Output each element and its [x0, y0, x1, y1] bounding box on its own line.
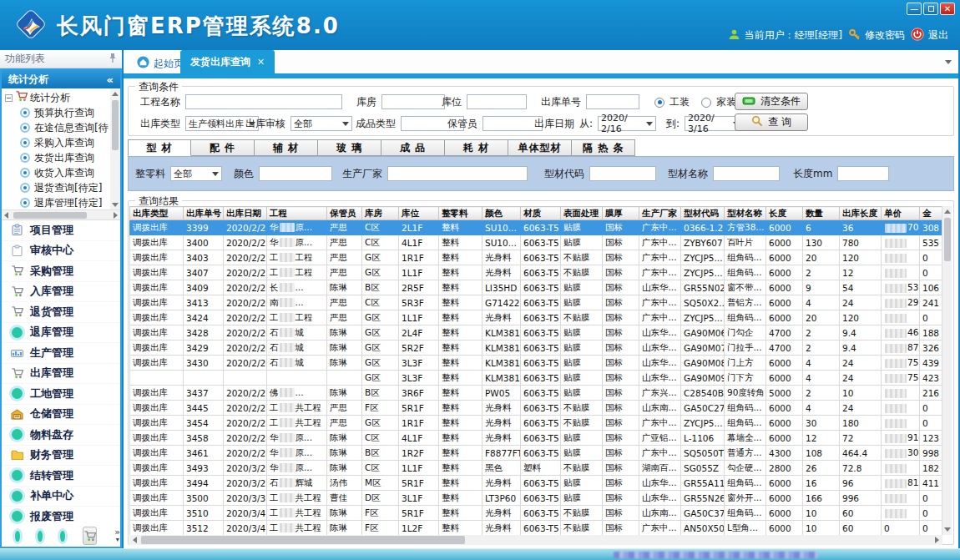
table-row[interactable]: 调拨出库34542020/2/28工共工程严思G区1R1F整料光身料6063-T… [130, 416, 943, 431]
clear-conditions-button[interactable]: 清空条件 [735, 93, 808, 110]
collapse-icon[interactable]: « [107, 73, 114, 86]
column-header[interactable]: 颜色 [483, 207, 521, 220]
search-button[interactable]: 查 询 [735, 114, 808, 131]
sidebar-item-报废管理[interactable]: 报废管理 [2, 507, 120, 527]
tree-scrollbar[interactable] [110, 88, 120, 210]
column-header[interactable]: 整零料 [439, 207, 483, 220]
sidebar-item-入库管理[interactable]: 入库管理 [2, 282, 120, 303]
tree-item[interactable]: 在途信息查询[待 [2, 120, 120, 135]
quick-icon-1[interactable] [15, 531, 20, 542]
column-header[interactable]: 工程 [267, 207, 327, 220]
material-tab-4[interactable]: 成 品 [381, 139, 445, 156]
tree-hscrollbar[interactable] [2, 210, 120, 220]
sidebar-item-财务管理[interactable]: 财务管理 [2, 446, 120, 467]
sidebar-item-采购管理[interactable]: 采购管理 [2, 261, 120, 282]
table-row[interactable]: 调拨出库35002020/3/3工共工程曹佳D区3L1F整料LT3P606063… [130, 491, 943, 506]
location-input[interactable] [467, 94, 527, 109]
tab-active[interactable]: 发货出库查询 ✕ [180, 50, 275, 73]
quick-icon-2[interactable] [38, 531, 43, 542]
column-header[interactable]: 出库长度 [840, 207, 882, 220]
column-header[interactable]: 出库单号 [184, 207, 224, 220]
material-tab-2[interactable]: 辅 材 [255, 139, 318, 156]
material-tab-7[interactable]: 隔 热 条 [572, 139, 635, 156]
sidebar-item-工地管理[interactable]: 工地管理 [2, 384, 120, 405]
column-header[interactable]: 单价 [882, 207, 920, 220]
column-header[interactable]: 库房 [362, 207, 399, 220]
column-header[interactable]: 膜厚 [603, 207, 639, 220]
table-row[interactable]: 调拨出库34002020/2/25华原...严思C区4L1F整料SU10...6… [130, 235, 943, 250]
sidebar-item-生产管理[interactable]: 生产管理 [2, 343, 120, 364]
tree-item[interactable]: 收货入库查询 [2, 165, 120, 180]
factory-input[interactable] [387, 166, 528, 181]
sidebar-item-项目管理[interactable]: 项目管理 [2, 220, 120, 241]
material-tab-1[interactable]: 配 件 [191, 139, 255, 156]
audit-select[interactable]: 全部 [291, 116, 352, 131]
table-row[interactable]: 调拨出库35102020/3/4工共工程陈琳F区5R1F整料光身料6063-T5… [130, 506, 943, 521]
column-header[interactable]: 长度 [766, 207, 803, 220]
whole-part-select[interactable]: 全部 [170, 166, 222, 181]
sidebar-item-退货管理[interactable]: 退货管理 [2, 302, 120, 323]
radio-gongzhuang[interactable] [654, 98, 664, 108]
date-from-select[interactable]: 2020/ 2/16 [598, 116, 656, 131]
column-header[interactable]: 型材名称 [725, 207, 766, 220]
column-header[interactable]: 保管员 [327, 207, 362, 220]
pin-icon[interactable] [109, 53, 117, 66]
minimize-button[interactable]: — [907, 3, 922, 15]
tree-item[interactable]: 退库管理[待定] [2, 195, 120, 210]
maximize-button[interactable] [923, 3, 938, 15]
table-vscrollbar[interactable] [942, 206, 952, 535]
quick-icon-3[interactable] [60, 531, 65, 542]
table-row[interactable]: 调拨出库34132020/2/26南...严思C区5R3F整料G71422606… [130, 295, 943, 310]
column-header[interactable]: 材质 [521, 207, 561, 220]
column-header[interactable]: 数量 [803, 207, 840, 220]
table-row[interactable]: 调拨出库34942020/3/2石辉城汤伟M区5R1F整料光身料6063-T5贴… [130, 476, 943, 491]
column-header[interactable]: 出库日期 [224, 207, 267, 220]
column-header[interactable]: 表面处理 [561, 207, 603, 220]
column-header[interactable]: 金 [920, 207, 943, 220]
tree-item[interactable]: 采购入库查询 [2, 135, 120, 150]
tree-item[interactable]: 预算执行查询 [2, 105, 120, 120]
profile-code-input[interactable] [589, 166, 656, 181]
table-row[interactable]: 调拨出库34452020/2/27工共工程严思F区5R1F整料光身料6063-T… [130, 401, 943, 416]
cart-quick-button[interactable] [83, 527, 97, 545]
column-header[interactable]: 出库类型 [130, 207, 184, 220]
table-row[interactable]: 调拨出库34282020/2/26石城陈琳G区2L4F整料KLM38176063… [130, 325, 943, 341]
change-password-link[interactable]: 修改密码 [848, 28, 905, 43]
material-tab-5[interactable]: 耗 材 [445, 139, 508, 156]
project-name-input[interactable] [185, 94, 342, 109]
expander-icon[interactable] [5, 94, 13, 102]
table-row[interactable]: G区3L3F整料KLM38176063-T5贴膜国标山东华...GA90M09.… [130, 371, 943, 386]
table-row[interactable]: 调拨出库34242020/2/26工工程严思G区1L1F整料光身料6063-T5… [130, 310, 943, 325]
tree-root[interactable]: 统计分析 [2, 90, 120, 105]
table-row[interactable]: 调拨出库34302020/2/26石城陈琳G区3L3F整料KLM38176063… [130, 356, 943, 371]
table-row[interactable]: 调拨出库34582020/2/28华原...陈琳C区4L1F整料光身料6063-… [130, 431, 943, 446]
profile-name-input[interactable] [713, 166, 780, 181]
material-tab-3[interactable]: 玻 璃 [318, 139, 381, 156]
close-button[interactable]: ✕ [940, 3, 955, 15]
tab-list-dropdown-icon[interactable] [945, 60, 952, 64]
column-header[interactable]: 型材代码 [681, 207, 725, 220]
outbound-no-input[interactable] [586, 94, 639, 109]
column-header[interactable]: 库位 [399, 207, 439, 220]
tree-item[interactable]: 发货出库查询 [2, 150, 120, 165]
material-tab-0[interactable]: 型 材 [128, 139, 191, 156]
table-row[interactable]: 调拨出库34372020/2/27佛...陈琳B区3R6F整料PW056063-… [130, 386, 943, 401]
sidebar-item-补单中心[interactable]: 补单中心 [2, 487, 120, 507]
radio-jiazhuang[interactable] [701, 98, 711, 108]
sidebar-item-出库管理[interactable]: 出库管理 [2, 364, 120, 385]
section-header[interactable]: 统计分析 « [2, 70, 120, 88]
length-input[interactable] [837, 166, 889, 181]
material-tab-6[interactable]: 单体型材 [508, 139, 572, 156]
more-chevron[interactable]: »▾ [114, 529, 120, 543]
sidebar-item-退库管理[interactable]: 退库管理 [2, 323, 120, 344]
column-header[interactable]: 生产厂家 [639, 207, 681, 220]
sidebar-item-物料盘存[interactable]: 物料盘存 [2, 425, 120, 446]
sidebar-item-结转管理[interactable]: 结转管理 [2, 466, 120, 487]
table-row[interactable]: 调拨出库34032020/2/25工工程严思G区1R1F整料光身料6063-T5… [130, 250, 943, 265]
tree-item[interactable]: 退货查询[待定] [2, 180, 120, 195]
logout-link[interactable]: 退出 [911, 28, 948, 43]
table-row[interactable]: 调拨出库33992020/2/25华原...严思C区2L1F整料SU10...6… [130, 220, 943, 235]
sidebar-item-仓储管理[interactable]: 仓储管理 [2, 405, 120, 426]
sidebar-item-审核中心[interactable]: 审核中心 [2, 241, 120, 262]
table-row[interactable]: 调拨出库35122020/3/4工共工程陈琳F区1L2F整料光身料6063-T5… [130, 521, 943, 536]
